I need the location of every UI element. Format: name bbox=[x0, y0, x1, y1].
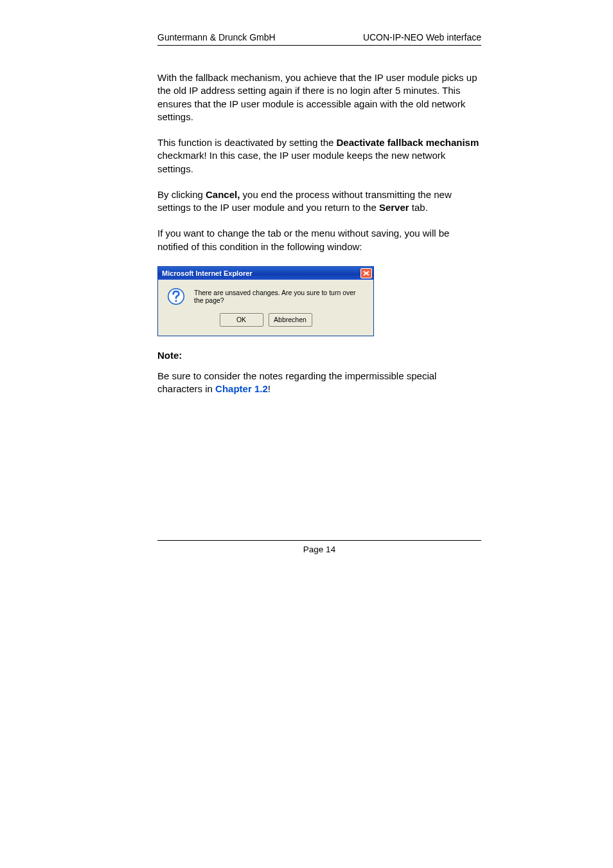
paragraph-3: By clicking Cancel, you end the process … bbox=[157, 188, 481, 215]
page-footer: Page 14 bbox=[157, 540, 481, 554]
p3-bold-cancel: Cancel, bbox=[206, 189, 240, 200]
paragraph-4: If you want to change the tab or the men… bbox=[157, 227, 481, 253]
header-right: UCON-IP-NEO Web interface bbox=[363, 32, 481, 42]
page-number: Page 14 bbox=[303, 545, 335, 554]
header-left: Guntermann & Drunck GmbH bbox=[157, 32, 276, 42]
p3-bold-server: Server bbox=[379, 202, 409, 213]
note-text-a: Be sure to consider the notes regarding … bbox=[157, 370, 436, 394]
paragraph-2: This function is deactivated by setting … bbox=[157, 136, 481, 176]
svg-point-3 bbox=[175, 300, 177, 302]
p2-part-a: This function is deactivated by setting … bbox=[157, 137, 337, 148]
close-icon[interactable] bbox=[360, 268, 372, 278]
paragraph-1: With the fallback mechanism, you achieve… bbox=[157, 71, 481, 123]
p2-part-c: checkmark! In this case, the IP user mod… bbox=[157, 150, 445, 174]
note-label: Note: bbox=[157, 349, 481, 362]
ok-button-label: OK bbox=[236, 316, 246, 323]
p3-part-e: tab. bbox=[409, 202, 428, 213]
p3-part-a: By clicking bbox=[157, 189, 206, 200]
question-icon bbox=[167, 287, 185, 305]
note-text-b: ! bbox=[268, 383, 271, 394]
cancel-button[interactable]: Abbrechen bbox=[269, 313, 312, 327]
chapter-link[interactable]: Chapter 1.2 bbox=[215, 383, 268, 394]
dialog-message: There are unsaved changes. Are you sure … bbox=[194, 289, 367, 304]
dialog-titlebar: Microsoft Internet Explorer bbox=[158, 267, 373, 280]
dialog-title: Microsoft Internet Explorer bbox=[162, 269, 253, 277]
p2-bold: Deactivate fallback mechanism bbox=[337, 137, 479, 148]
note-paragraph: Be sure to consider the notes regarding … bbox=[157, 370, 481, 396]
cancel-button-label: Abbrechen bbox=[274, 316, 306, 323]
ok-button[interactable]: OK bbox=[220, 313, 263, 327]
confirm-dialog: Microsoft Internet Explorer There are un… bbox=[157, 266, 374, 336]
page-header: Guntermann & Drunck GmbH UCON-IP-NEO Web… bbox=[157, 32, 481, 46]
